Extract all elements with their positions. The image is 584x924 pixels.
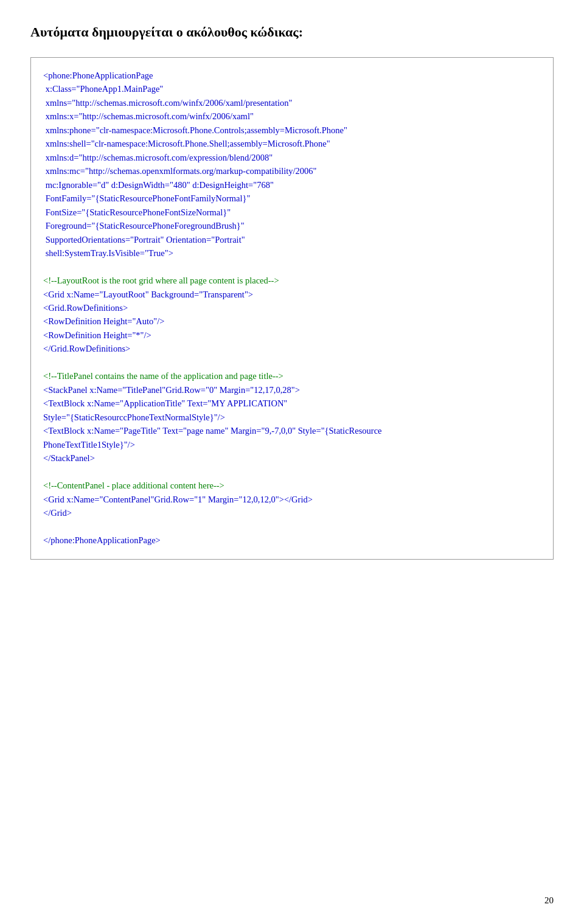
page-number: 20	[544, 895, 554, 906]
page-heading: Αυτόματα δημιουργείται ο ακόλουθος κώδικ…	[30, 24, 554, 40]
code-line-1: <phone:PhoneApplicationPage x:Class="Pho…	[43, 71, 347, 258]
page-container: Αυτόματα δημιουργείται ο ακόλουθος κώδικ…	[0, 0, 584, 924]
code-line-stack: <StackPanel x:Name="TitlePanel"Grid.Row=…	[43, 385, 382, 463]
code-line-content: <Grid x:Name="ContentPanel"Grid.Row="1" …	[43, 495, 313, 545]
code-comment-1: <!--LayoutRoot is the root grid where al…	[43, 276, 279, 285]
code-comment-2: <!--TitlePanel contains the name of the …	[43, 371, 283, 381]
code-line-grid1: <Grid x:Name="LayoutRoot" Background="Tr…	[43, 290, 253, 354]
code-content: <phone:PhoneApplicationPage x:Class="Pho…	[43, 69, 541, 547]
code-comment-3: <!--ContentPanel - place additional cont…	[43, 481, 224, 490]
code-box: <phone:PhoneApplicationPage x:Class="Pho…	[30, 57, 554, 560]
